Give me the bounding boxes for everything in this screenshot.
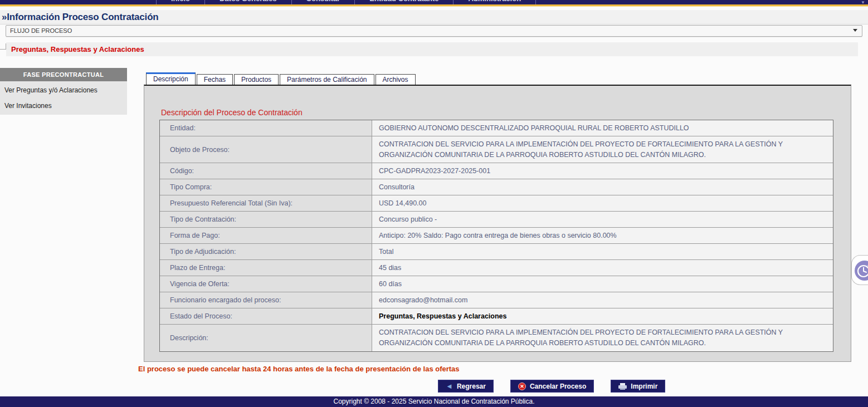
field-label: Tipo Compra: <box>160 179 372 195</box>
field-value: 45 dias <box>372 260 833 276</box>
field-label: Entidad: <box>160 120 372 136</box>
tab-productos[interactable]: Productos <box>234 74 279 85</box>
field-value: 60 días <box>372 276 833 292</box>
regresar-button-label: Regresar <box>457 383 486 390</box>
field-value: CPC-GADPRA2023-2027-2025-001 <box>372 163 833 179</box>
field-value: Consultoría <box>372 179 833 195</box>
nav-item-entidad-contratante[interactable]: Entidad Contratante <box>355 0 453 4</box>
field-label: Funcionario encargado del proceso: <box>160 292 372 308</box>
imprimir-button-label: Imprimir <box>631 383 657 390</box>
tab-parametros-calificacion[interactable]: Parámetros de Calificación <box>280 74 374 85</box>
process-description-table: Entidad: GOBIERNO AUTONOMO DESCENTRALIZA… <box>159 120 833 352</box>
action-buttons: ◄ Regresar ✕ Cancelar Proceso Imprimir <box>438 380 665 393</box>
field-label: Descripción: <box>160 325 372 351</box>
flujo-de-proceso-select[interactable]: FLUJO DE PROCESO <box>6 25 862 37</box>
field-value-estado: Preguntas, Respuestas y Aclaraciones <box>372 308 833 324</box>
field-label: Objeto de Proceso: <box>160 136 372 163</box>
field-label: Código: <box>160 163 372 179</box>
cancelar-proceso-button[interactable]: ✕ Cancelar Proceso <box>510 380 594 393</box>
table-row-codigo: Código: CPC-GADPRA2023-2027-2025-001 <box>160 163 833 179</box>
chevron-down-icon: ▼ <box>861 1 865 4</box>
cancel-deadline-notice: El proceso se puede cancelar hasta 24 ho… <box>138 365 460 373</box>
table-row-vigencia-oferta: Vigencia de Oferta: 60 días <box>160 276 833 292</box>
table-row-forma-pago: Forma de Pago: Anticipo: 20% Saldo: Pago… <box>160 228 833 244</box>
table-row-estado-proceso: Estado del Proceso: Preguntas, Respuesta… <box>160 308 833 325</box>
regresar-button[interactable]: ◄ Regresar <box>438 380 494 393</box>
table-row-plazo-entrega: Plazo de Entrega: 45 dias <box>160 260 833 276</box>
chevron-down-icon <box>853 29 857 32</box>
tab-descripcion[interactable]: Descripción <box>146 72 196 85</box>
nav-item-datos-generales[interactable]: Datos Generales <box>205 0 292 4</box>
description-panel: Descripción del Proceso de Contratación … <box>144 85 851 362</box>
table-row-tipo-compra: Tipo Compra: Consultoría <box>160 179 833 195</box>
field-label: Tipo de Adjudicación: <box>160 244 372 259</box>
field-label: Tipo de Contratación: <box>160 212 372 227</box>
imprimir-button[interactable]: Imprimir <box>611 380 665 393</box>
table-row-entidad: Entidad: GOBIERNO AUTONOMO DESCENTRALIZA… <box>160 120 833 136</box>
field-value: edconsagrado@hotmail.com <box>372 292 833 308</box>
table-row-descripcion: Descripción: CONTRATACION DEL SERVICIO P… <box>160 325 833 351</box>
field-value: Concurso publico - <box>372 212 833 227</box>
table-row-tipo-contratacion: Tipo de Contratación: Concurso publico - <box>160 212 833 228</box>
cancel-x-icon: ✕ <box>518 383 526 390</box>
tab-fechas[interactable]: Fechas <box>197 74 233 85</box>
field-label: Presupuesto Referencial Total (Sin Iva): <box>160 195 372 211</box>
app-window: Inicio Datos Generales Consultar Entidad… <box>0 0 868 407</box>
field-label: Vigencia de Oferta: <box>160 276 372 292</box>
sidebar-item-ver-preguntas[interactable]: Ver Preguntas y/ó Aclaraciones <box>0 81 127 97</box>
back-arrow-icon: ◄ <box>446 383 453 390</box>
page-title: »Información Proceso Contratación <box>2 12 159 23</box>
detail-tabs: Descripción Fechas Productos Parámetros … <box>146 72 417 85</box>
printer-icon <box>618 383 627 390</box>
footer-copyright: Copyright © 2008 - 2025 Servicio Naciona… <box>0 396 868 407</box>
flujo-de-proceso-value: FLUJO DE PROCESO <box>10 26 72 36</box>
process-state-text: Preguntas, Respuestas y Aclaraciones <box>11 45 144 53</box>
field-label: Forma de Pago: <box>160 228 372 243</box>
description-panel-title: Descripción del Proceso de Contratación <box>161 108 303 117</box>
cancelar-proceso-button-label: Cancelar Proceso <box>530 383 586 390</box>
sidebar-header-fase-precontractual: FASE PRECONTRACTUAL <box>0 68 127 81</box>
gold-divider <box>0 4 868 7</box>
field-label: Plazo de Entrega: <box>160 260 372 276</box>
nav-item-administracion[interactable]: Administración <box>453 0 536 4</box>
nav-item-consultar[interactable]: Consultar <box>292 0 355 4</box>
table-row-funcionario: Funcionario encargado del proceso: edcon… <box>160 292 833 308</box>
table-row-presupuesto: Presupuesto Referencial Total (Sin Iva):… <box>160 195 833 212</box>
nav-item-inicio[interactable]: Inicio <box>156 0 205 4</box>
field-value: CONTRATACION DEL SERVICIO PARA LA IMPLEM… <box>372 136 833 163</box>
field-value: USD 14,490.00 <box>372 195 833 211</box>
field-value: CONTRATACION DEL SERVICIO PARA LA IMPLEM… <box>372 325 833 351</box>
field-label: Estado del Proceso: <box>160 308 372 324</box>
tab-archivos[interactable]: Archivos <box>376 74 416 85</box>
field-value: Total <box>372 244 833 259</box>
sidebar: Ver Preguntas y/ó Aclaraciones Ver Invit… <box>0 81 127 115</box>
clock-icon <box>854 260 868 281</box>
process-state-banner: Preguntas, Respuestas y Aclaraciones <box>6 42 858 56</box>
sidebar-item-ver-invitaciones[interactable]: Ver Invitaciones <box>0 97 127 112</box>
top-navbar: Inicio Datos Generales Consultar Entidad… <box>0 0 868 4</box>
table-row-tipo-adjudicacion: Tipo de Adjudicación: Total <box>160 244 833 260</box>
table-row-objeto: Objeto de Proceso: CONTRATACION DEL SERV… <box>160 136 833 163</box>
process-timer-widget[interactable] <box>851 255 868 285</box>
field-value: GOBIERNO AUTONOMO DESCENTRALIZADO PARROQ… <box>372 120 833 136</box>
field-value: Anticipo: 20% Saldo: Pago contra entrega… <box>372 228 833 243</box>
